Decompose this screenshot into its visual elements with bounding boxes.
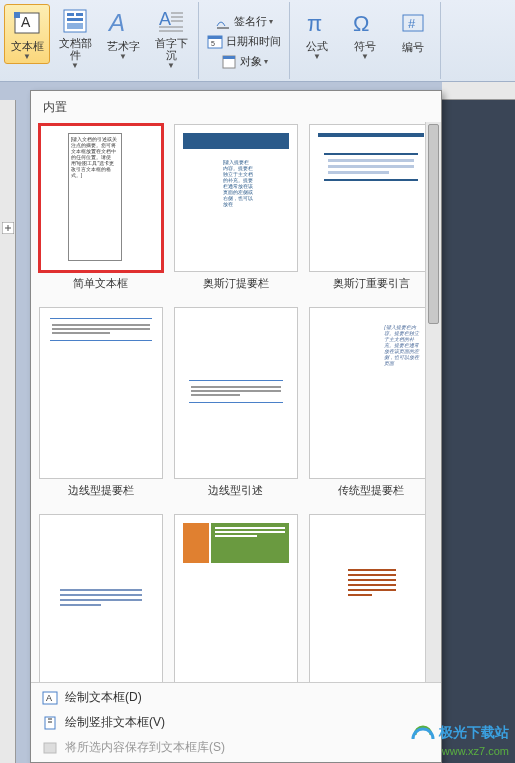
svg-text:#: #	[408, 16, 416, 31]
chevron-down-icon: ▼	[71, 61, 79, 70]
svg-rect-20	[223, 56, 235, 59]
wordart-button[interactable]: A 艺术字 ▼	[100, 4, 146, 64]
dropcap-label: 首字下沉	[151, 37, 191, 61]
watermark: 极光下载站 www.xz7.com	[411, 721, 509, 757]
textbox-button[interactable]: A 文本框 ▼	[4, 4, 50, 64]
dropcap-icon: A	[155, 7, 187, 35]
ruler-horizontal	[442, 82, 515, 100]
document-background	[442, 100, 515, 763]
chevron-down-icon: ▼	[167, 61, 175, 70]
draw-vertical-textbox-menuitem[interactable]: 绘制竖排文本框(V)	[31, 710, 441, 735]
gallery-scrollbar[interactable]	[425, 122, 441, 682]
menuitem-label: 将所选内容保存到文本框库(S)	[65, 739, 225, 756]
svg-rect-7	[67, 23, 83, 29]
svg-text:A: A	[159, 9, 171, 29]
signature-icon	[215, 14, 231, 30]
gallery-item-border-sidebar[interactable]: 边线型提要栏	[35, 305, 166, 508]
svg-text:5: 5	[211, 40, 215, 47]
svg-rect-33	[44, 743, 56, 753]
datetime-button[interactable]: 5 日期和时间	[203, 32, 285, 52]
chevron-down-icon: ▼	[23, 52, 31, 61]
chevron-down-icon: ▾	[264, 57, 268, 66]
gallery-item-border-quote[interactable]: 边线型引述	[170, 305, 301, 508]
chevron-down-icon: ▼	[313, 52, 321, 61]
gallery-item-label: 奥斯汀提要栏	[203, 276, 269, 291]
equation-label: 公式	[306, 40, 328, 52]
anchor-icon	[2, 220, 14, 232]
chevron-down-icon: ▼	[361, 52, 369, 61]
svg-text:A: A	[21, 14, 31, 30]
gallery-item-austin-sidebar[interactable]: [键入提要栏内容。提要栏独立于主文档的补充。提要栏通常放在该页面的左侧或右侧，也…	[170, 122, 301, 301]
equation-button[interactable]: π 公式 ▼	[294, 4, 340, 64]
menuitem-label: 绘制竖排文本框(V)	[65, 714, 165, 731]
textbox-icon: A	[11, 7, 43, 38]
gallery-item-simple-textbox[interactable]: [键入文档的引述或关注点的摘要。您可将文本框放置在文档中的任何位置。请使用"绘图…	[35, 122, 166, 301]
gallery-item-traditional-sidebar[interactable]: [键入提要栏内容。提要栏独立于主文档的补充。提要栏通常放在该页面的左侧，也可以放…	[306, 305, 437, 508]
chevron-down-icon: ▾	[269, 17, 273, 26]
wordart-label: 艺术字	[107, 40, 140, 52]
textbox-vertical-icon	[41, 715, 59, 731]
gallery-item-label: 简单文本框	[73, 276, 128, 291]
number-button[interactable]: # 编号	[390, 4, 436, 64]
menuitem-label: 绘制文本框(D)	[65, 689, 142, 706]
wordart-icon: A	[107, 7, 139, 38]
text-group: A 文本框 ▼ 文档部件 ▼ A 艺术字 ▼ A	[0, 2, 199, 79]
watermark-name: 极光下载站	[439, 724, 509, 742]
watermark-logo-icon	[411, 721, 435, 745]
number-icon: #	[397, 7, 429, 39]
number-label: 编号	[402, 41, 424, 53]
textbox-gallery-dropdown: 内置 [键入文档的引述或关注点的摘要。您可将文本框放置在文档中的任何位置。请使用…	[30, 90, 442, 763]
signature-button[interactable]: 签名行 ▾	[211, 12, 277, 32]
svg-rect-4	[67, 13, 74, 16]
docparts-label: 文档部件	[55, 37, 95, 61]
save-icon	[41, 740, 59, 756]
watermark-url: www.xz7.com	[411, 745, 509, 757]
dropdown-footer: A 绘制文本框(D) 绘制竖排文本框(V) 将所选内容保存到文本框库(S)	[31, 682, 441, 762]
docparts-button[interactable]: 文档部件 ▼	[52, 4, 98, 64]
object-button[interactable]: 对象 ▾	[217, 52, 272, 72]
gallery-grid: [键入文档的引述或关注点的摘要。您可将文本框放置在文档中的任何位置。请使用"绘图…	[31, 122, 441, 682]
textbox-label: 文本框	[11, 40, 44, 52]
chevron-down-icon: ▼	[119, 52, 127, 61]
gallery-item-austin-quote[interactable]: 奥斯汀重要引言	[306, 122, 437, 301]
ribbon-toolbar: A 文本框 ▼ 文档部件 ▼ A 艺术字 ▼ A	[0, 0, 515, 82]
gallery-section-header: 内置	[31, 91, 441, 122]
dropcap-button[interactable]: A 首字下沉 ▼	[148, 4, 194, 64]
docparts-icon	[59, 7, 91, 35]
svg-text:A: A	[46, 693, 52, 703]
thumb-preview-text: [键入提要栏内容。提要栏独立于主文档的补充。提要栏通常放在该页面的左侧，也可以放…	[384, 324, 420, 366]
thumb-preview-text: [键入文档的引述或关注点的摘要。您可将文本框放置在文档中的任何位置。请使用"绘图…	[71, 136, 119, 178]
svg-rect-2	[14, 12, 20, 18]
symbol-icon: Ω	[349, 7, 381, 38]
gallery-item-label: 传统型提要栏	[338, 483, 404, 498]
textbox-horizontal-icon: A	[41, 690, 59, 706]
insert-small-group: 签名行 ▾ 5 日期和时间 对象 ▾	[199, 2, 290, 79]
equation-icon: π	[301, 7, 333, 38]
object-label: 对象	[240, 54, 262, 69]
gallery-item-tile-sidebar[interactable]: 瓷砖型提要栏	[170, 512, 301, 682]
signature-label: 签名行	[234, 14, 267, 29]
symbol-label: 符号	[354, 40, 376, 52]
gallery-item-traditional-quote[interactable]: 传统型引述	[35, 512, 166, 682]
gallery-item-label: 边线型引述	[208, 483, 263, 498]
svg-text:A: A	[107, 9, 125, 36]
datetime-label: 日期和时间	[226, 34, 281, 49]
ruler-vertical	[0, 100, 16, 763]
draw-textbox-menuitem[interactable]: A 绘制文本框(D)	[31, 685, 441, 710]
svg-rect-5	[76, 13, 83, 16]
datetime-icon: 5	[207, 34, 223, 50]
svg-text:Ω: Ω	[353, 11, 369, 36]
save-to-gallery-menuitem: 将所选内容保存到文本框库(S)	[31, 735, 441, 760]
symbol-button[interactable]: Ω 符号 ▼	[342, 4, 388, 64]
gallery-item-tile-quote[interactable]: 瓷砖型引述	[306, 512, 437, 682]
gallery-item-label: 边线型提要栏	[68, 483, 134, 498]
symbols-group: π 公式 ▼ Ω 符号 ▼ # 编号	[290, 2, 441, 79]
object-icon	[221, 54, 237, 70]
svg-text:π: π	[307, 11, 322, 36]
thumb-preview-text: [键入提要栏内容。提要栏独立于主文档的补充。提要栏通常放在该页面的左侧或右侧，也…	[223, 159, 253, 207]
gallery-item-label: 奥斯汀重要引言	[333, 276, 410, 291]
svg-rect-17	[208, 36, 222, 39]
svg-rect-6	[67, 18, 83, 21]
